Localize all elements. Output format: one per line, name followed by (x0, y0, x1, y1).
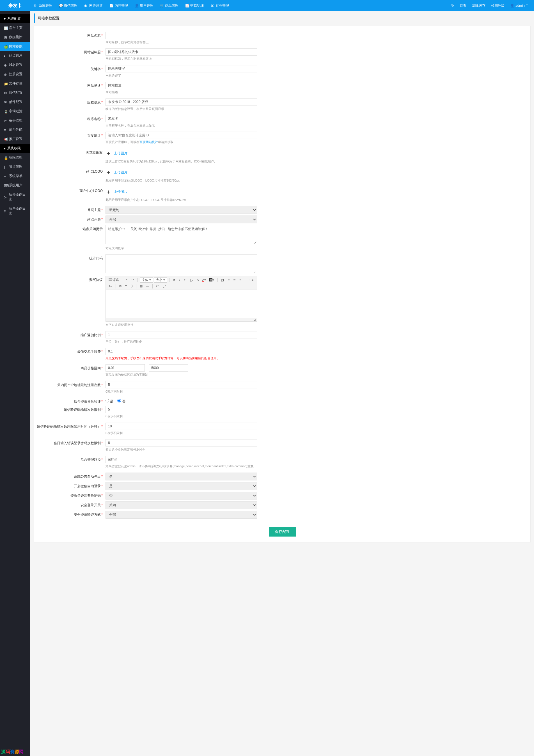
editor-preview-icon[interactable]: 🖵 (155, 284, 160, 288)
sidebar-item[interactable]: 🍏网站参数 (0, 42, 30, 51)
save-button[interactable]: 保存配置 (269, 527, 296, 537)
baidu-stat-input[interactable] (105, 132, 257, 139)
sidebar-item[interactable]: 📊后台主页 (0, 23, 30, 33)
editor-list-ol-icon[interactable]: 1≡ (107, 284, 113, 288)
sidebar-item[interactable]: 🔒权限管理 (0, 153, 30, 162)
favicon-upload-link[interactable]: 上传图片 (114, 151, 127, 156)
copyright-input[interactable] (105, 98, 257, 106)
topnav-item-0[interactable]: ⚙系统管理 (30, 0, 56, 11)
sidebar-item[interactable]: ∥节点管理 (0, 162, 30, 172)
topnav-item-4[interactable]: 👤用户管理 (131, 0, 157, 11)
price-high-input[interactable] (149, 364, 188, 371)
price-low-input[interactable] (105, 364, 145, 371)
editor-bgcolor-icon[interactable]: A▾ (208, 278, 215, 282)
sidebar-item[interactable]: ✉短信配置 (0, 88, 30, 97)
editor-fullscreen-icon[interactable]: ⛶ (161, 284, 167, 288)
sidebar-item-icon: ≡ (4, 128, 7, 132)
editor-bold-icon[interactable]: B (172, 278, 176, 282)
sidebar-item[interactable]: 📁文件存储 (0, 79, 30, 88)
sidebar-group-system-auth[interactable]: ▾ 系统权限 (0, 144, 30, 153)
clear-cache-link[interactable]: 清除缓存 (469, 0, 488, 11)
sidebar-item[interactable]: ⏳字词过滤 (0, 107, 30, 116)
editor-textcolor-icon[interactable]: A▾ (201, 278, 207, 282)
site-name-input[interactable] (105, 32, 257, 39)
sidebar-item[interactable]: 🗃备份管理 (0, 116, 30, 125)
site-logo-upload-link[interactable]: 上传图片 (114, 170, 127, 175)
sidebar-item[interactable]: 📢推广设置 (0, 134, 30, 144)
topnav-item-5[interactable]: 🛒商品管理 (157, 0, 182, 11)
safe-login-type-select[interactable]: 全部 (105, 511, 257, 519)
sidebar-item[interactable]: ℹ站点信息 (0, 51, 30, 60)
editor-brush-icon[interactable]: ✎ (195, 278, 200, 282)
login-captcha-select[interactable]: 否 (105, 492, 257, 500)
refresh-icon[interactable]: ↻ (448, 0, 457, 11)
topnav-item-6[interactable]: 📈交易明细 (182, 0, 207, 11)
sidebar-item[interactable]: ¥商户操作日志 (0, 204, 30, 218)
sidebar-item-icon: 🗄 (4, 36, 7, 39)
min-fee-input[interactable] (105, 348, 257, 355)
keywords-input[interactable] (105, 65, 257, 72)
merchant-logo-upload-plus-icon[interactable]: ＋ (105, 188, 111, 196)
topnav-item-7[interactable]: 🏛财务管理 (207, 0, 232, 11)
gcaptcha-yes-radio[interactable]: 是 (105, 399, 113, 403)
editor-align-left-icon[interactable]: ≡ (227, 278, 231, 282)
sidebar-item[interactable]: ⊕注册设置 (0, 69, 30, 79)
editor-table-icon[interactable]: ▦ (139, 284, 144, 288)
stat-code-textarea[interactable] (105, 254, 257, 273)
sidebar-item-label: 字词过滤 (9, 109, 22, 114)
site-logo-upload-plus-icon[interactable]: ＋ (105, 169, 111, 176)
gcaptcha-no-radio[interactable]: 否 (117, 399, 125, 403)
sidebar-item[interactable]: ⌨系统用户 (0, 181, 30, 190)
user-menu[interactable]: 👤admin ⌃ (507, 0, 531, 11)
editor-clearformat-icon[interactable]: Tₓ (189, 278, 194, 282)
editor-hr-icon[interactable]: — (145, 284, 150, 288)
sidebar-item[interactable]: ≡前台导航 (0, 125, 30, 134)
merchant-logo-upload-link[interactable]: 上传图片 (114, 189, 127, 194)
sms-wrong-limit-input[interactable] (105, 406, 257, 413)
editor-resize-handle[interactable]: ◢ (106, 318, 257, 321)
notice-popup-select[interactable]: 是 (105, 472, 257, 480)
sidebar-item[interactable]: ⊕域名设置 (0, 60, 30, 69)
home-link[interactable]: 首页 (457, 0, 469, 11)
site-subtitle-input[interactable] (105, 48, 257, 56)
promo-rate-input[interactable] (105, 331, 257, 338)
topnav-item-1[interactable]: 💬微信管理 (56, 0, 81, 11)
site-switch-select[interactable]: 开启 (105, 216, 257, 223)
sidebar-item[interactable]: ≻后台操作日志 (0, 190, 30, 204)
ip-limit-input[interactable] (105, 381, 257, 389)
pwd-wrong-limit-input[interactable] (105, 439, 257, 446)
editor-code-icon[interactable]: ⟨⟩ (129, 284, 134, 288)
description-input[interactable] (105, 82, 257, 89)
editor-font-select[interactable]: 字体 ▾ (140, 277, 153, 283)
program-name-input[interactable] (105, 115, 257, 122)
editor-quote-icon[interactable]: ❝ (124, 284, 128, 288)
editor-italic-icon[interactable]: I (177, 278, 182, 282)
editor-redo-icon[interactable]: ↷ (130, 278, 135, 282)
sms-ban-time-input[interactable] (105, 423, 257, 430)
topnav-icon: ◉ (84, 4, 88, 8)
wechat-autologin-select[interactable]: 是 (105, 482, 257, 490)
topnav-item-2[interactable]: ◉网关通道 (81, 0, 106, 11)
safe-login-select[interactable]: 关闭 (105, 501, 257, 509)
sidebar-item[interactable]: ≡系统菜单 (0, 172, 30, 181)
editor-align-right-icon[interactable]: ≡ (238, 278, 242, 282)
editor-image-icon[interactable]: 🖼 (220, 278, 225, 282)
editor-link-icon[interactable]: ⧉ (118, 284, 122, 288)
topnav-item-3[interactable]: 📄内容管理 (106, 0, 131, 11)
close-tip-textarea[interactable]: 站点维护中 关闭15分钟 修复 接口 给您带来的不便敬请谅解！ (105, 225, 257, 244)
upgrade-link[interactable]: 检测升级 (488, 0, 507, 11)
editor-body[interactable] (106, 290, 257, 318)
baidu-stat-link[interactable]: 百度网站统计 (140, 140, 158, 144)
favicon-upload-plus-icon[interactable]: ＋ (105, 149, 111, 157)
admin-path-input[interactable] (105, 456, 257, 463)
sidebar-group-system-config[interactable]: ▾ 系统配置 (0, 14, 30, 23)
editor-strike-icon[interactable]: S (183, 278, 187, 282)
sidebar-item[interactable]: 🗄数据删除 (0, 33, 30, 42)
editor-align-center-icon[interactable]: ≣ (232, 278, 237, 282)
editor-source-button[interactable]: ▤ 源码 (107, 277, 120, 283)
editor-size-select[interactable]: 大小 ▾ (154, 277, 167, 283)
theme-select[interactable]: 新定制 (105, 206, 257, 214)
editor-undo-icon[interactable]: ↶ (124, 278, 129, 282)
sidebar-item[interactable]: ✉邮件配置 (0, 97, 30, 107)
editor-list-ul-icon[interactable]: ⋮≡ (247, 278, 254, 282)
